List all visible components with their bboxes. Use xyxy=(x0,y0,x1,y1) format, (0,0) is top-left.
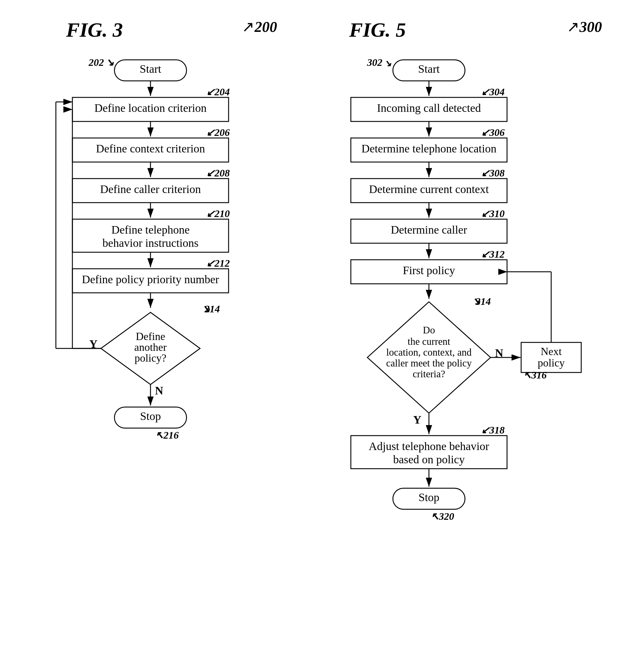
svg-text:First policy: First policy xyxy=(403,264,455,277)
svg-text:↙306: ↙306 xyxy=(481,127,505,138)
svg-text:Define location criterion: Define location criterion xyxy=(94,102,207,114)
svg-text:↙310: ↙310 xyxy=(481,208,505,219)
svg-text:N: N xyxy=(155,384,163,397)
svg-text:Define telephone: Define telephone xyxy=(111,223,190,236)
svg-text:the current: the current xyxy=(408,336,450,347)
fig3-title: FIG. 3 xyxy=(66,18,123,42)
fig3-ref-arrow: ↗ xyxy=(242,18,254,35)
svg-text:Determine telephone location: Determine telephone location xyxy=(361,142,497,155)
svg-text:302: 302 xyxy=(367,57,382,68)
svg-text:Incoming call detected: Incoming call detected xyxy=(377,102,481,114)
svg-text:Start: Start xyxy=(418,62,440,75)
fig5-title: FIG. 5 xyxy=(349,18,406,42)
svg-text:behavior instructions: behavior instructions xyxy=(103,237,199,249)
svg-text:Determine caller: Determine caller xyxy=(391,223,467,236)
svg-text:caller meet the policy: caller meet the policy xyxy=(386,358,472,368)
svg-text:another: another xyxy=(134,341,167,353)
svg-text:Define policy priority number: Define policy priority number xyxy=(82,273,219,286)
svg-text:policy: policy xyxy=(538,357,565,369)
svg-text:↙212: ↙212 xyxy=(206,258,230,269)
svg-text:↙312: ↙312 xyxy=(481,248,505,260)
svg-text:based on policy: based on policy xyxy=(393,453,465,466)
svg-text:↙204: ↙204 xyxy=(206,86,230,97)
svg-text:↘: ↘ xyxy=(472,296,481,307)
svg-text:Define context criterion: Define context criterion xyxy=(96,142,205,155)
fig5-ref-arrow: ↗ xyxy=(567,18,579,35)
fig3-diagram: Start 202 ↘ ↙204 Define location criteri… xyxy=(38,51,293,562)
svg-text:policy?: policy? xyxy=(135,352,167,364)
fig5-ref-main: 300 xyxy=(579,18,602,35)
svg-text:↖216: ↖216 xyxy=(155,430,179,441)
svg-text:202: 202 xyxy=(88,57,104,68)
svg-text:↙210: ↙210 xyxy=(206,208,230,219)
svg-text:Adjust telephone behavior: Adjust telephone behavior xyxy=(369,440,489,453)
svg-text:↖316: ↖316 xyxy=(523,369,547,381)
svg-text:criteria?: criteria? xyxy=(413,368,445,379)
svg-text:location, context, and: location, context, and xyxy=(386,347,472,358)
svg-text:Stop: Stop xyxy=(419,491,439,503)
svg-text:Start: Start xyxy=(140,62,161,75)
fig5-diagram: Start 302 ↘ ↙304 Incoming call detected … xyxy=(316,51,611,667)
svg-text:Determine current context: Determine current context xyxy=(369,183,489,195)
svg-text:Y: Y xyxy=(413,413,421,426)
svg-text:↘: ↘ xyxy=(202,303,210,315)
svg-text:↙206: ↙206 xyxy=(206,127,230,138)
fig3-ref-main: 200 xyxy=(254,18,277,35)
svg-text:Next: Next xyxy=(541,346,562,358)
svg-text:Do: Do xyxy=(423,325,435,335)
svg-text:Define: Define xyxy=(136,330,165,343)
svg-text:↘: ↘ xyxy=(106,57,114,68)
svg-text:↙208: ↙208 xyxy=(206,167,230,179)
svg-text:Define caller criterion: Define caller criterion xyxy=(100,183,201,195)
svg-text:↖320: ↖320 xyxy=(430,511,454,522)
svg-text:↘: ↘ xyxy=(384,58,391,68)
svg-text:↙318: ↙318 xyxy=(481,425,505,436)
svg-text:Stop: Stop xyxy=(140,410,161,422)
svg-text:↙304: ↙304 xyxy=(481,86,505,97)
svg-text:↙308: ↙308 xyxy=(481,167,505,179)
